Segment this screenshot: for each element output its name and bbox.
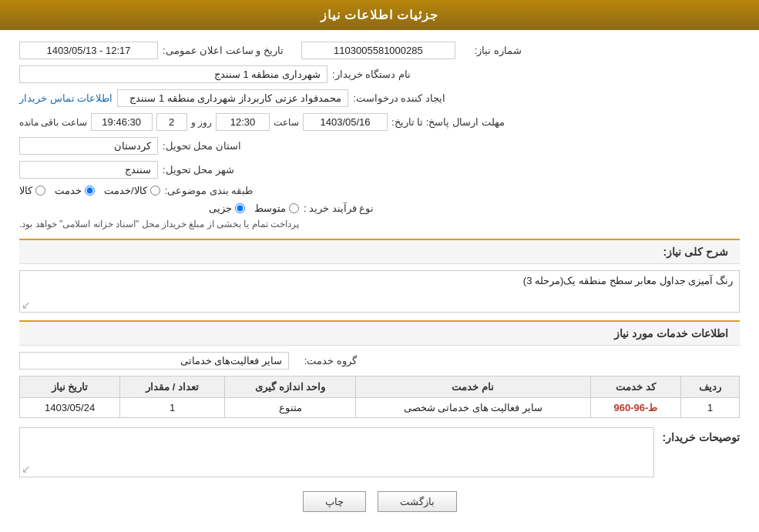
category-kala-option[interactable]: کالا <box>19 185 45 196</box>
category-label: طبقه بندی موضوعی: <box>165 185 254 196</box>
category-radio-group: کالا/خدمت خدمت کالا <box>19 185 160 196</box>
page-title: جزئیات اطلاعات نیاز <box>321 8 439 22</box>
purchase-jozvi-radio[interactable] <box>235 203 245 213</box>
service-group-label: گروه خدمت: <box>295 355 357 366</box>
need-description-value: رنگ آمیزی جداول معابر سطح منطقه یک(مرحله… <box>19 270 740 313</box>
buyer-notes-label: توصیحات خریدار: <box>662 427 740 443</box>
announcement-datetime-value: 1403/05/13 - 12:17 <box>19 42 158 59</box>
cell-date: 1403/05/24 <box>20 398 120 418</box>
city-label: شهر محل تحویل: <box>163 164 234 176</box>
creator-label: ایجاد کننده درخواست: <box>353 92 445 104</box>
col-row: ردیف <box>681 376 740 398</box>
cell-unit: متنوع <box>225 398 356 418</box>
purchase-type-radio-group: متوسط جزیی <box>209 202 299 214</box>
cell-row: 1 <box>681 398 740 418</box>
buyer-notes-value <box>19 427 654 477</box>
need-description-section-title: شرح کلی نیاز: <box>19 239 740 264</box>
deadline-days-value: 2 <box>156 113 187 131</box>
page-header: جزئیات اطلاعات نیاز <box>0 0 759 30</box>
category-kala-khadamat-label: کالا/خدمت <box>104 185 147 196</box>
category-kala-radio[interactable] <box>35 186 45 196</box>
category-khadamat-option[interactable]: خدمت <box>55 185 95 196</box>
col-code: کد خدمت <box>590 376 681 398</box>
need-description-wrapper: رنگ آمیزی جداول معابر سطح منطقه یک(مرحله… <box>19 270 740 313</box>
services-table: ردیف کد خدمت نام خدمت واحد اندازه گیری ت… <box>19 376 740 418</box>
province-label: استان محل تحویل: <box>163 140 241 152</box>
purchase-motavaset-label: متوسط <box>254 202 286 214</box>
city-value: سنندج <box>19 161 158 179</box>
action-buttons-row: بازگشت چاپ <box>19 491 740 512</box>
purchase-type-label: نوع فرآیند خرید : <box>304 202 374 214</box>
cell-name: سایر فعالیت های خدماتی شخصی <box>355 398 590 418</box>
deadline-label: مهلت ارسال پاسخ: تا تاریخ: <box>391 116 505 128</box>
buyer-notes-section: توصیحات خریدار: <box>19 427 740 477</box>
table-row: 1ط-96-960سایر فعالیت های خدماتی شخصیمتنو… <box>20 398 740 418</box>
need-number-label: شماره نیاز: <box>460 45 522 56</box>
need-number-value: 1103005581000285 <box>301 42 455 59</box>
table-header-row: ردیف کد خدمت نام خدمت واحد اندازه گیری ت… <box>20 376 740 398</box>
back-button[interactable]: بازگشت <box>378 491 457 512</box>
buyer-org-label: نام دستگاه خریدار: <box>332 69 411 80</box>
deadline-remaining-label: ساعت باقی مانده <box>19 117 87 128</box>
col-name: نام خدمت <box>355 376 590 398</box>
purchase-jozvi-option[interactable]: جزیی <box>209 202 245 214</box>
service-info-section-title: اطلاعات خدمات مورد نیاز <box>19 320 740 346</box>
category-kala-khadamat-radio[interactable] <box>150 186 160 196</box>
print-button[interactable]: چاپ <box>303 491 366 512</box>
buyer-notes-box-wrapper <box>19 427 654 477</box>
cell-code: ط-96-960 <box>590 398 681 418</box>
category-kala-khadamat-option[interactable]: کالا/خدمت <box>104 185 160 196</box>
announcement-datetime-label: تاریخ و ساعت اعلان عمومی: <box>163 45 284 56</box>
deadline-date-value: 1403/05/16 <box>303 113 388 131</box>
category-khadamat-label: خدمت <box>55 185 82 196</box>
col-quantity: تعداد / مقدار <box>120 376 225 398</box>
contact-link[interactable]: اطلاعات تماس خریدار <box>19 92 113 104</box>
purchase-jozvi-label: جزیی <box>209 202 232 214</box>
deadline-remaining-value: 19:46:30 <box>91 113 153 131</box>
buyer-org-value: شهرداری منطقه 1 سنندج <box>19 65 327 83</box>
deadline-time-value: 12:30 <box>216 113 270 131</box>
purchase-description: پرداخت تمام یا بخشی از مبلغ خریداز محل "… <box>19 217 299 231</box>
category-khadamat-radio[interactable] <box>85 186 95 196</box>
col-unit: واحد اندازه گیری <box>225 376 356 398</box>
category-kala-label: کالا <box>19 185 32 196</box>
cell-quantity: 1 <box>120 398 225 418</box>
creator-value: محمدفواد عزتی کاربرداز شهرداری منطقه 1 س… <box>117 89 348 107</box>
purchase-motavaset-radio[interactable] <box>289 203 299 213</box>
deadline-time-label: ساعت <box>274 117 299 128</box>
col-date: تاریخ نیاز <box>20 376 120 398</box>
purchase-motavaset-option[interactable]: متوسط <box>254 202 299 214</box>
service-group-value: سایر فعالیت‌های خدماتی <box>19 352 289 370</box>
deadline-day-label: روز و <box>191 117 212 128</box>
province-value: کردستان <box>19 137 158 155</box>
